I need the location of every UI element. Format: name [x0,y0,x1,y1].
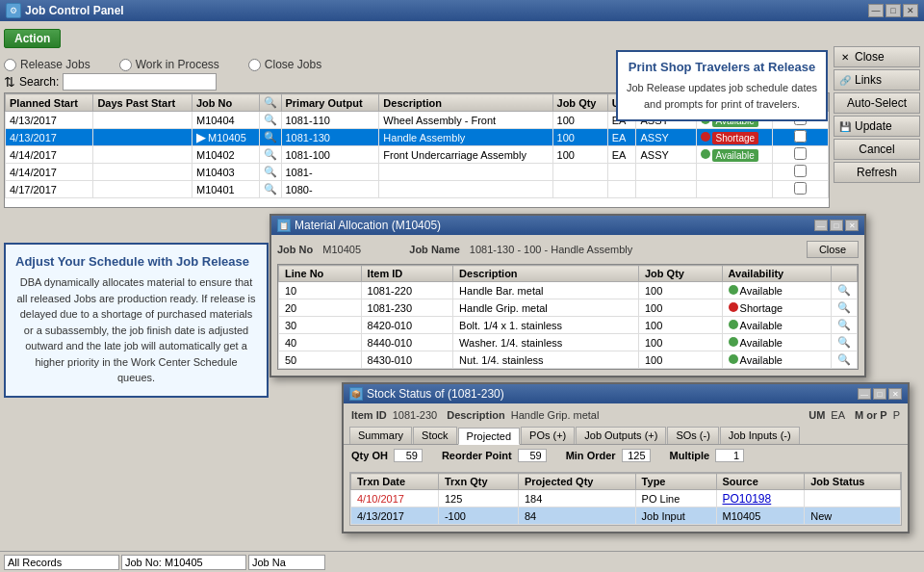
table-row[interactable]: 10 1081-220 Handle Bar. metal 100 Availa… [279,282,858,299]
release-checkbox[interactable] [794,182,807,195]
material-dialog-close[interactable]: ✕ [845,220,859,231]
print-box-title: Print Shop Travelers at Release [626,60,818,74]
links-button[interactable]: 🔗 Links [834,69,920,91]
avail-dot [729,354,738,364]
stock-status-dialog: 📦 Stock Status of (1081-230) — □ ✕ Item … [342,382,910,533]
mat-cell-search[interactable]: 🔍 [832,334,858,351]
material-close-button[interactable]: Close [807,241,859,258]
stock-col-source[interactable]: Source [716,474,805,490]
col-search-icon: 🔍 [259,94,281,112]
stock-dialog-close[interactable]: ✕ [888,388,902,400]
mat-cell-lineno: 30 [279,317,362,334]
col-description[interactable]: Description [379,94,552,112]
stock-tab-projected[interactable]: Projected [458,428,520,445]
col-job-no[interactable]: Job No [192,94,259,112]
release-checkbox[interactable] [794,147,807,160]
stock-tab-summary[interactable]: Summary [349,427,412,444]
title-bar-buttons: — □ ✕ [868,4,918,17]
cell-search[interactable]: 🔍 [259,146,281,164]
table-row[interactable]: 20 1081-230 Handle Grip. metal 100 Short… [279,299,858,317]
cell-search[interactable]: 🔍 [259,181,281,198]
minimize-button[interactable]: — [868,4,884,17]
stock-col-trxnqty[interactable]: Trxn Qty [438,474,518,490]
col-planned-start[interactable]: Planned Start [6,94,93,112]
auto-select-button[interactable]: Auto-Select [834,92,920,114]
release-jobs-input[interactable] [4,59,16,71]
mat-col-jobqty[interactable]: Job Qty [638,266,722,282]
table-row[interactable]: 50 8430-010 Nut. 1/4. stainless 100 Avai… [279,351,858,369]
action-button[interactable]: Action [4,29,61,48]
maximize-button[interactable]: □ [886,4,901,17]
mat-col-desc[interactable]: Description [453,266,639,282]
mat-cell-avail: Available [722,317,831,334]
search-input[interactable] [63,73,217,91]
cell-release[interactable] [773,146,829,164]
table-row[interactable]: 4/17/2017 M10401 🔍 1080- [6,181,829,198]
mat-cell-search[interactable]: 🔍 [832,317,858,334]
col-job-qty[interactable]: Job Qty [552,94,607,112]
col-primary-output[interactable]: Primary Output [281,94,379,112]
mat-col-avail[interactable]: Availability [722,266,831,282]
cell-um [607,181,636,198]
stock-tab-stock[interactable]: Stock [413,427,457,444]
close-window-button[interactable]: ✕ [903,4,918,17]
cell-search[interactable]: 🔍 [259,129,281,146]
cell-release[interactable] [773,164,829,181]
table-row[interactable]: 40 8440-010 Washer. 1/4. stainless 100 A… [279,334,858,351]
cell-material: Shortage [696,129,773,146]
update-label: Update [855,119,892,133]
cell-release[interactable] [773,129,829,146]
work-in-process-input[interactable] [119,59,132,71]
stock-dialog-minimize[interactable]: — [858,388,871,400]
release-checkbox[interactable] [794,165,807,177]
mat-col-lineno[interactable]: Line No [279,266,362,282]
close-button[interactable]: ✕ Close [834,46,920,67]
table-row[interactable]: 4/13/2017 ▶ M10405 🔍 1081-130 Handle Ass… [6,129,829,146]
stock-cell-jobstatus [805,490,901,507]
job-no-label: Job No [277,244,313,255]
material-dialog-minimize[interactable]: — [814,220,828,231]
refresh-button[interactable]: Refresh [834,162,920,183]
cell-search[interactable]: 🔍 [259,164,281,181]
stock-tab-sos----[interactable]: SOs (-) [667,427,718,444]
material-dialog-maximize[interactable]: □ [830,220,843,231]
table-row[interactable]: 4/10/2017 125 184 PO Line PO10198 [351,490,901,507]
stock-dialog-maximize[interactable]: □ [873,388,886,400]
table-row[interactable]: 4/14/2017 M10403 🔍 1081- [6,164,829,181]
cell-days-past [93,146,192,164]
cell-search[interactable]: 🔍 [259,112,281,129]
release-jobs-radio[interactable]: Release Jobs [4,58,90,71]
cell-release[interactable] [773,181,829,198]
table-row[interactable]: 30 8420-010 Bolt. 1/4 x 1. stainless 100… [279,317,858,334]
avail-dot [729,337,738,347]
cell-description: Wheel Assembly - Front [379,112,552,129]
source-link[interactable]: PO10198 [723,492,772,506]
stock-col-trxndate[interactable]: Trxn Date [351,474,439,490]
update-button[interactable]: 💾 Update [834,116,920,137]
stock-col-projqty[interactable]: Projected Qty [518,474,635,490]
cancel-button[interactable]: Cancel [834,139,920,160]
avail-dot [729,285,738,295]
mat-cell-search[interactable]: 🔍 [832,299,858,317]
stock-col-type[interactable]: Type [635,474,716,490]
table-row[interactable]: 4/14/2017 M10402 🔍 1081-100 Front Underc… [6,146,829,164]
material-dialog-icon: 📋 [277,219,291,232]
mat-cell-search[interactable]: 🔍 [832,282,858,299]
col-days-past[interactable]: Days Past Start [93,94,192,112]
mat-cell-itemid: 8440-010 [361,334,452,351]
mat-cell-itemid: 1081-230 [361,299,452,317]
close-jobs-radio[interactable]: Close Jobs [248,58,321,71]
cell-job-qty: 100 [552,146,607,164]
mat-cell-desc: Bolt. 1/4 x 1. stainless [453,317,639,334]
mat-cell-search[interactable]: 🔍 [832,351,858,369]
release-checkbox[interactable] [794,130,807,143]
close-label: Close [855,50,885,64]
work-in-process-radio[interactable]: Work in Process [119,58,219,71]
close-jobs-input[interactable] [248,59,261,71]
table-row[interactable]: 4/13/2017 -100 84 Job Input M10405 New [351,507,901,525]
mat-col-itemid[interactable]: Item ID [361,266,452,282]
stock-tab-job-inputs----[interactable]: Job Inputs (-) [720,427,800,444]
stock-tab-pos----[interactable]: POs (+) [521,427,575,444]
stock-col-jobstatus[interactable]: Job Status [805,474,901,490]
stock-tab-job-outputs----[interactable]: Job Outputs (+) [576,427,666,444]
